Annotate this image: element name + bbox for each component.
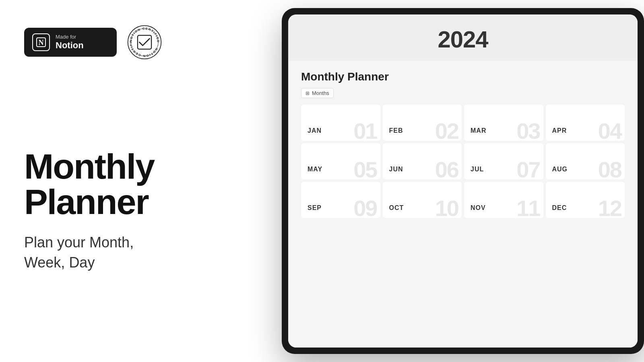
month-number: 02 [435, 120, 458, 141]
month-number: 06 [435, 158, 458, 179]
months-grid: JAN01FEB02MAR03APR04MAY05JUN06JUL07AUG08… [301, 105, 625, 218]
month-name: SEP [308, 204, 322, 212]
certified-badge: NOTION CERTIFIED · NOTION CERTIFIED · [126, 24, 163, 60]
month-card[interactable]: OCT10 [383, 182, 462, 218]
notion-icon: N [32, 33, 50, 51]
month-number: 11 [516, 197, 540, 218]
month-card[interactable]: FEB02 [383, 105, 462, 141]
month-number: 03 [516, 120, 540, 141]
month-card[interactable]: APR04 [546, 105, 625, 141]
month-number: 05 [353, 158, 377, 179]
month-number: 10 [435, 197, 458, 218]
month-card[interactable]: JUL07 [464, 143, 543, 179]
month-number: 12 [598, 197, 621, 218]
tablet-header: 2024 [288, 14, 638, 61]
month-card[interactable]: DEC12 [546, 182, 625, 218]
notion-badge-text: Made for Notion [56, 34, 84, 51]
month-name: OCT [389, 204, 404, 212]
planner-title: Monthly Planner [301, 70, 625, 83]
heading-line1: Monthly [24, 149, 242, 184]
month-name: JUN [389, 166, 403, 173]
sub-heading: Plan your Month,Week, Day [24, 232, 242, 273]
month-number: 01 [353, 120, 377, 141]
tablet-content: Monthly Planner ⊞ Months JAN01FEB02MAR03… [288, 61, 638, 348]
month-card[interactable]: JAN01 [301, 105, 380, 141]
grid-icon: ⊞ [305, 90, 310, 96]
month-name: AUG [552, 166, 568, 173]
month-name: DEC [552, 204, 567, 212]
tab-label: Months [312, 90, 329, 96]
tablet-screen: 2024 Monthly Planner ⊞ Months JAN01FEB02… [288, 14, 638, 348]
tablet-mockup: 2024 Monthly Planner ⊞ Months JAN01FEB02… [282, 8, 644, 354]
month-card[interactable]: NOV11 [464, 182, 543, 218]
badges-row: N Made for Notion NO [24, 24, 242, 60]
month-name: MAY [308, 166, 322, 173]
heading-line2: Planner [24, 184, 242, 220]
month-number: 07 [516, 158, 540, 179]
made-for-notion-badge: N Made for Notion [24, 28, 117, 57]
month-card[interactable]: JUN06 [383, 143, 462, 179]
month-name: JUL [471, 166, 484, 173]
notion-label: Notion [56, 40, 84, 51]
months-tab[interactable]: ⊞ Months [301, 88, 334, 98]
month-card[interactable]: AUG08 [546, 143, 625, 179]
right-panel: 2024 Monthly Planner ⊞ Months JAN01FEB02… [266, 0, 644, 362]
made-for-label: Made for [56, 34, 84, 40]
left-panel: N Made for Notion NO [0, 0, 266, 362]
year-display: 2024 [304, 26, 621, 53]
month-name: FEB [389, 127, 403, 134]
month-name: MAR [471, 127, 486, 134]
main-heading: Monthly Planner [24, 149, 242, 220]
month-number: 09 [353, 197, 377, 218]
month-card[interactable]: MAY05 [301, 143, 380, 179]
month-name: NOV [471, 204, 486, 212]
month-number: 04 [598, 120, 621, 141]
month-card[interactable]: SEP09 [301, 182, 380, 218]
svg-point-2 [128, 26, 161, 59]
month-name: JAN [308, 127, 322, 134]
month-card[interactable]: MAR03 [464, 105, 543, 141]
month-name: APR [552, 127, 567, 134]
month-number: 08 [598, 158, 621, 179]
svg-text:N: N [39, 39, 44, 47]
